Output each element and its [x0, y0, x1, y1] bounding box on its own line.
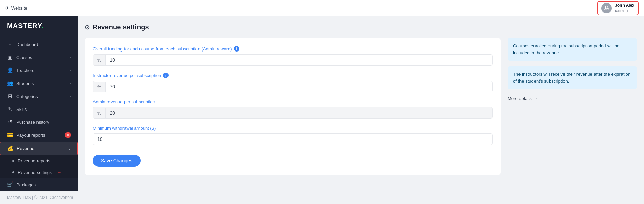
user-profile[interactable]: JA John Alex (admin) [597, 1, 639, 15]
sidebar-item-categories[interactable]: ⊞ Categories › [0, 90, 78, 103]
page-title-icon: ⊙ [85, 24, 90, 31]
content-grid: Overall funding for each course from eac… [85, 38, 637, 175]
chevron-down-icon: ∨ [68, 147, 71, 150]
avatar: JA [601, 3, 612, 13]
sidebar: MASTERY. ⌂ Dashboard ▣ Classes › [0, 16, 78, 191]
field1-label: Overall funding for each course from eac… [93, 46, 493, 52]
chevron-icon: › [70, 56, 71, 59]
info-icon[interactable]: i [163, 73, 169, 78]
classes-icon: ▣ [7, 54, 13, 60]
page-title: ⊙ Revenue settings [85, 23, 637, 31]
sidebar-item-classes[interactable]: ▣ Classes › [0, 51, 78, 64]
field2-group: Instructor revenue per subscription i % [93, 73, 493, 92]
sub-dot-icon [12, 160, 14, 162]
students-icon: 👥 [7, 80, 13, 86]
home-icon: ⌂ [7, 42, 13, 47]
footer: Mastery LMS | © 2021, CreativeItem [0, 191, 644, 204]
user-role: (admin) [615, 8, 634, 13]
purchase-icon: ↺ [7, 119, 13, 125]
sidebar-item-payout-reports[interactable]: 💳 Payout reports 0 [0, 129, 78, 142]
field4-label: Minimum withdrawal amount ($) [93, 126, 493, 131]
packages-icon: 🛒 [7, 181, 13, 188]
info-panel: Courses enrolled during the subscription… [508, 38, 637, 175]
main-content: ⊙ Revenue settings Overall funding for e… [78, 16, 644, 191]
sub-dot-icon [12, 171, 14, 173]
field3-prefix: % [93, 108, 106, 118]
info-box-2: The instructors will receive their reven… [508, 66, 637, 89]
website-link[interactable]: ✈ Website [5, 5, 27, 11]
field3-label: Admin revenue per subscription [93, 99, 493, 104]
field2-prefix: % [93, 82, 106, 92]
field1-group: Overall funding for each course from eac… [93, 46, 493, 66]
sidebar-item-revenue-reports[interactable]: Revenue reports [0, 155, 78, 166]
revenue-icon: 💰 [7, 145, 13, 151]
payout-icon: 💳 [7, 132, 13, 138]
field2-label: Instructor revenue per subscription i [93, 73, 493, 78]
logo: MASTERY. [0, 16, 78, 35]
field1-input-wrapper: % [93, 54, 493, 66]
field1-input[interactable] [106, 55, 492, 65]
sidebar-item-skills[interactable]: ✎ Skills [0, 103, 78, 116]
send-icon: ✈ [5, 5, 9, 11]
form-card: Overall funding for each course from eac… [85, 38, 501, 175]
field4-input[interactable] [93, 133, 493, 145]
field2-input-wrapper: % [93, 81, 493, 92]
sidebar-item-packages[interactable]: 🛒 Packages [0, 178, 78, 191]
skills-icon: ✎ [7, 106, 13, 112]
info-icon[interactable]: i [234, 46, 239, 52]
field3-input-wrapper: % [93, 107, 493, 119]
sidebar-nav: ⌂ Dashboard ▣ Classes › 👤 Teachers [0, 35, 78, 191]
info-box-1: Courses enrolled during the subscription… [508, 38, 637, 61]
field3-group: Admin revenue per subscription % [93, 99, 493, 119]
logo-text: MASTERY. [7, 22, 44, 29]
revenue-sub-nav: Revenue reports Revenue settings ← [0, 155, 78, 178]
user-name: John Alex [615, 3, 634, 9]
chevron-icon: › [70, 82, 71, 85]
sidebar-item-revenue[interactable]: 💰 Revenue ∨ [0, 142, 78, 155]
field1-prefix: % [93, 55, 106, 65]
save-button[interactable]: Save Changes [93, 155, 141, 167]
sidebar-item-teachers[interactable]: 👤 Teachers › [0, 64, 78, 77]
topbar-left: ✈ Website [5, 5, 27, 11]
teachers-icon: 👤 [7, 67, 13, 73]
user-info: John Alex (admin) [615, 3, 634, 13]
field4-group: Minimum withdrawal amount ($) [93, 126, 493, 145]
categories-icon: ⊞ [7, 93, 13, 99]
chevron-icon: › [70, 69, 71, 72]
payout-badge: 0 [65, 132, 71, 138]
sidebar-item-purchase-history[interactable]: ↺ Purchase history [0, 116, 78, 129]
chevron-icon: › [70, 94, 71, 98]
arrow-icon: ← [57, 170, 61, 175]
more-details-link[interactable]: More details → [508, 96, 637, 101]
field2-input[interactable] [106, 81, 492, 92]
field3-input[interactable] [106, 107, 492, 118]
sidebar-item-dashboard[interactable]: ⌂ Dashboard [0, 38, 78, 51]
sidebar-item-students[interactable]: 👥 Students › [0, 77, 78, 90]
sidebar-item-revenue-settings[interactable]: Revenue settings ← [0, 166, 78, 178]
